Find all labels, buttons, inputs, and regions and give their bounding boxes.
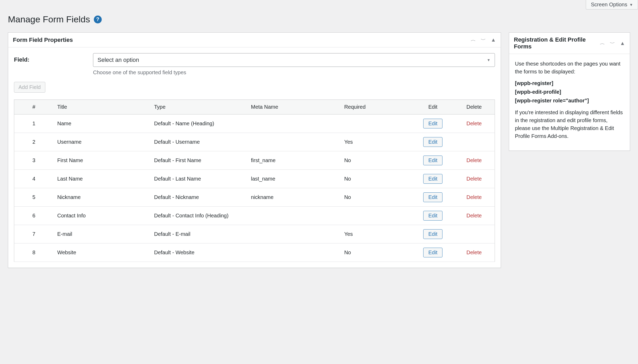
field-label: Field: [14,53,93,76]
row-type: Default - Name (Heading) [150,114,247,133]
side-note: If you're interested in displaying diffe… [515,108,624,140]
collapse-icon[interactable]: ▲ [620,40,625,46]
row-type: Default - Website [150,243,247,262]
th-title: Title [53,100,150,114]
row-number: 5 [14,188,54,207]
row-required: No [340,188,412,207]
registration-forms-panel: Registration & Edit Profile Forms ︿ ﹀ ▲ … [509,32,630,151]
delete-link[interactable]: Delete [466,176,482,182]
row-title: Last Name [53,170,150,188]
row-meta: last_name [247,170,340,188]
row-required: Yes [340,225,412,243]
th-num: # [14,100,54,114]
screen-options-label: Screen Options [591,2,627,8]
th-edit: Edit [412,100,454,114]
chevron-down-icon: ▼ [487,58,490,62]
th-meta: Meta Name [247,100,340,114]
form-field-properties-panel: Form Field Properties ︿ ﹀ ▲ Field: Selec… [8,32,501,268]
row-meta [247,225,340,243]
shortcode: [wppb-register role="author"] [515,98,624,104]
table-row: 7E-mailDefault - E-mailYesEdit [14,225,495,243]
edit-button[interactable]: Edit [423,156,442,165]
row-required [340,114,412,133]
row-title: First Name [53,151,150,170]
side-intro: Use these shortcodes on the pages you wa… [515,60,624,76]
row-required: No [340,243,412,262]
table-row: 6Contact InfoDefault - Contact Info (Hea… [14,207,495,225]
edit-button[interactable]: Edit [423,192,442,202]
row-number: 6 [14,207,54,225]
row-required: Yes [340,133,412,151]
row-required: No [340,151,412,170]
add-field-button[interactable]: Add Field [14,82,45,93]
edit-button[interactable]: Edit [423,248,442,257]
row-title: Contact Info [53,207,150,225]
table-row: 8WebsiteDefault - WebsiteNoEditDelete [14,243,495,262]
screen-options-toggle[interactable]: Screen Options ▼ [586,0,638,9]
row-meta [247,243,340,262]
table-row: 5NicknameDefault - NicknamenicknameNoEdi… [14,188,495,207]
page-title-text: Manage Form Fields [8,14,90,24]
edit-button[interactable]: Edit [423,211,442,221]
row-meta [247,114,340,133]
th-delete: Delete [454,100,495,114]
row-title: Name [53,114,150,133]
row-meta: first_name [247,151,340,170]
th-type: Type [150,100,247,114]
edit-button[interactable]: Edit [423,137,442,147]
table-row: 1NameDefault - Name (Heading)EditDelete [14,114,495,133]
row-type: Default - Username [150,133,247,151]
shortcode: [wppb-register] [515,80,624,86]
delete-link[interactable]: Delete [466,157,482,163]
row-meta: nickname [247,188,340,207]
move-up-icon[interactable]: ︿ [471,37,476,42]
table-row: 4Last NameDefault - Last Namelast_nameNo… [14,170,495,188]
delete-link[interactable]: Delete [466,194,482,200]
row-number: 2 [14,133,54,151]
delete-link[interactable]: Delete [466,250,482,255]
row-required: No [340,170,412,188]
fields-table: # Title Type Meta Name Required Edit Del… [14,99,495,262]
select-placeholder: Select an option [98,57,139,63]
delete-link[interactable]: Delete [466,121,482,126]
row-title: Website [53,243,150,262]
row-number: 8 [14,243,54,262]
row-number: 1 [14,114,54,133]
move-up-icon[interactable]: ︿ [600,41,605,46]
table-row: 2UsernameDefault - UsernameYesEdit [14,133,495,151]
row-meta [247,207,340,225]
edit-button[interactable]: Edit [423,229,442,239]
field-type-select[interactable]: Select an option ▼ [93,53,495,67]
row-number: 4 [14,170,54,188]
th-required: Required [340,100,412,114]
row-type: Default - Nickname [150,188,247,207]
row-type: Default - First Name [150,151,247,170]
move-down-icon[interactable]: ﹀ [481,37,486,42]
row-title: Username [53,133,150,151]
chevron-down-icon: ▼ [629,3,633,7]
shortcode: [wppb-edit-profile] [515,89,624,95]
row-type: Default - Contact Info (Heading) [150,207,247,225]
delete-link[interactable]: Delete [466,213,482,218]
row-title: Nickname [53,188,150,207]
row-title: E-mail [53,225,150,243]
page-title: Manage Form Fields ? [8,14,630,24]
row-number: 7 [14,225,54,243]
side-panel-title: Registration & Edit Profile Forms [514,36,600,50]
panel-title: Form Field Properties [13,37,73,43]
row-number: 3 [14,151,54,170]
move-down-icon[interactable]: ﹀ [610,41,615,46]
help-icon[interactable]: ? [94,16,102,23]
table-row: 3First NameDefault - First Namefirst_nam… [14,151,495,170]
select-help-text: Choose one of the supported field types [93,69,495,76]
row-meta [247,133,340,151]
edit-button[interactable]: Edit [423,119,442,128]
row-required [340,207,412,225]
row-type: Default - E-mail [150,225,247,243]
collapse-icon[interactable]: ▲ [491,37,496,43]
row-type: Default - Last Name [150,170,247,188]
edit-button[interactable]: Edit [423,174,442,184]
